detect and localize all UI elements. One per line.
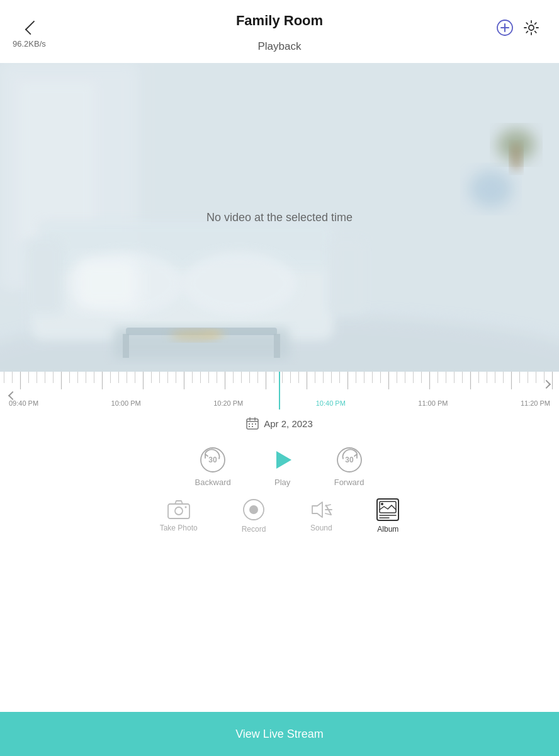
svg-point-47 bbox=[249, 505, 258, 514]
back-button[interactable] bbox=[19, 16, 42, 39]
no-video-message: No video at the selected time bbox=[206, 211, 353, 224]
backward-button[interactable]: 30 Backward bbox=[195, 446, 231, 487]
sound-label: Sound bbox=[310, 524, 332, 532]
backward-label: Backward bbox=[195, 478, 231, 487]
record-label: Record bbox=[242, 525, 266, 534]
svg-text:30: 30 bbox=[208, 455, 217, 464]
svg-rect-34 bbox=[249, 423, 250, 425]
svg-rect-37 bbox=[249, 426, 250, 427]
view-live-stream-button[interactable]: View Live Stream bbox=[0, 712, 559, 756]
current-time-marker bbox=[279, 372, 280, 410]
main-controls: 30 Backward Play 30 Forward bbox=[0, 436, 559, 496]
date-text: Apr 2, 2023 bbox=[264, 418, 313, 429]
timeline-prev-button[interactable] bbox=[0, 384, 23, 407]
header: Family Room 96.2KB/s Playback bbox=[0, 0, 559, 63]
date-row: Apr 2, 2023 bbox=[0, 410, 559, 436]
forward-button[interactable]: 30 Forward bbox=[334, 446, 364, 487]
page-title: Family Room bbox=[236, 13, 323, 29]
play-icon bbox=[269, 446, 296, 474]
svg-point-45 bbox=[184, 507, 186, 508]
svg-line-51 bbox=[325, 513, 330, 515]
sound-icon bbox=[310, 500, 332, 520]
svg-point-44 bbox=[175, 507, 183, 515]
timeline-ruler[interactable]: // This won't run inline, but the SVG pa… bbox=[0, 372, 559, 410]
time-label-6: 11:20 PM bbox=[521, 399, 550, 407]
add-icon[interactable] bbox=[496, 19, 514, 37]
svg-rect-35 bbox=[252, 423, 253, 425]
album-label: Album bbox=[377, 525, 398, 534]
video-player: No video at the selected time bbox=[0, 63, 559, 372]
record-icon bbox=[242, 498, 265, 521]
playback-label: Playback bbox=[258, 40, 302, 53]
forward-label: Forward bbox=[334, 478, 364, 487]
time-label-3: 10:20 PM bbox=[213, 399, 243, 407]
take-photo-label: Take Photo bbox=[160, 524, 198, 532]
secondary-controls: Take Photo Record Sound Album bbox=[0, 496, 559, 546]
prev-chevron-icon bbox=[8, 391, 17, 400]
album-icon bbox=[376, 498, 399, 521]
forward-icon: 30 bbox=[336, 446, 363, 474]
take-photo-button[interactable]: Take Photo bbox=[160, 500, 198, 532]
svg-point-55 bbox=[381, 503, 383, 505]
backward-icon: 30 bbox=[199, 446, 227, 474]
speed-badge: 96.2KB/s bbox=[13, 39, 46, 49]
svg-marker-48 bbox=[312, 502, 322, 517]
settings-icon[interactable] bbox=[522, 19, 540, 37]
timeline-next-button[interactable] bbox=[536, 373, 559, 396]
svg-rect-36 bbox=[255, 423, 256, 425]
calendar-icon[interactable] bbox=[246, 417, 259, 430]
svg-rect-38 bbox=[252, 426, 253, 427]
album-button[interactable]: Album bbox=[376, 498, 399, 534]
timeline-area: // This won't run inline, but the SVG pa… bbox=[0, 372, 559, 410]
play-label: Play bbox=[274, 478, 290, 487]
next-chevron-icon bbox=[542, 380, 551, 389]
svg-point-3 bbox=[529, 25, 534, 30]
time-label-2: 10:00 PM bbox=[111, 399, 141, 407]
svg-text:30: 30 bbox=[345, 455, 354, 464]
play-triangle bbox=[276, 451, 291, 469]
sound-button[interactable]: Sound bbox=[310, 500, 332, 532]
back-chevron-icon bbox=[25, 21, 40, 35]
view-live-stream-label: View Live Stream bbox=[235, 728, 324, 741]
svg-rect-43 bbox=[168, 504, 189, 518]
time-label-4: 10:40 PM bbox=[316, 399, 346, 407]
record-button[interactable]: Record bbox=[242, 498, 266, 534]
time-label-5: 11:00 PM bbox=[418, 399, 448, 407]
header-icons bbox=[496, 19, 540, 37]
camera-icon bbox=[167, 500, 190, 520]
play-button[interactable]: Play bbox=[269, 446, 296, 487]
